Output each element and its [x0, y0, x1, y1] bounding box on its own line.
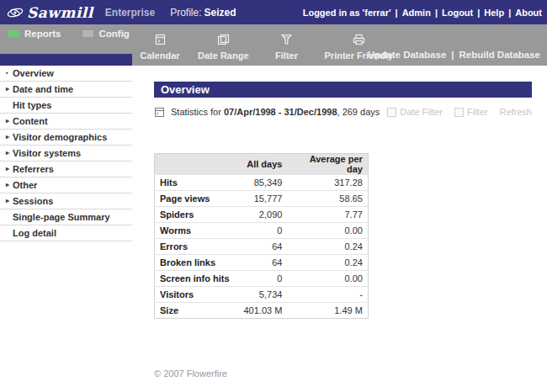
logo-wordmark: Sawmill: [27, 4, 93, 21]
sidebar-item-label: Single-page Summary: [13, 212, 110, 222]
stat-average-value: 1.49 M: [287, 303, 368, 319]
nav-tabs: ReportsConfig: [8, 29, 130, 39]
statistics-label: Statistics for 07/Apr/1998 - 31/Dec/1998…: [171, 107, 380, 117]
control-label: Refresh: [499, 107, 532, 117]
sidebar-item-label: Log detail: [13, 228, 56, 238]
overview-table-wrap: All daysAverage per day Hits85,349317.28…: [154, 153, 369, 319]
sidebar-item-content[interactable]: ▸Content: [0, 114, 132, 130]
sidebar-item-sessions[interactable]: ▸Sessions: [0, 193, 132, 209]
stat-average-value: 317.28: [287, 175, 368, 191]
stat-average-value: 0.00: [287, 223, 368, 239]
statistics-summary-row: Statistics for 07/Apr/1998 - 31/Dec/1998…: [154, 104, 532, 119]
stat-all-days-value: 15,777: [239, 191, 288, 207]
stat-row-label: Worms: [155, 223, 239, 239]
topbar-link-separator: |: [435, 8, 438, 18]
expand-arrow-icon: ▸: [6, 114, 13, 129]
sidebar-item-date-and-time[interactable]: ▸Date and time: [0, 82, 132, 98]
sidebar-item-label: Referrers: [13, 164, 54, 174]
stat-all-days-value: 5,734: [239, 287, 288, 303]
stat-all-days-value: 64: [239, 255, 288, 271]
nav-tab-config[interactable]: Config: [82, 29, 129, 39]
control-refresh[interactable]: Refresh: [499, 107, 532, 117]
sidebar-item-log-detail[interactable]: Log detail: [0, 225, 132, 241]
sidebar-item-overview[interactable]: ▪Overview: [0, 66, 132, 82]
topbar-link-help[interactable]: Help: [484, 8, 504, 18]
topbar-link-logout[interactable]: Logout: [442, 8, 473, 18]
stats-table-header-row: All daysAverage per day: [155, 154, 369, 175]
statistics-date-range: 07/Apr/1998 - 31/Dec/1998: [224, 107, 337, 117]
topbar-link-separator: |: [396, 8, 398, 18]
reports-chip: [8, 30, 19, 37]
stat-row-label: Broken links: [155, 255, 239, 271]
control-filter[interactable]: Filter: [454, 107, 487, 117]
nav-tab-label: Config: [98, 29, 129, 39]
stats-col-header: Average per day: [287, 154, 368, 175]
rebuild-database-button[interactable]: Rebuild Database: [459, 50, 541, 60]
sidebar-item-single-page-summary[interactable]: Single-page Summary: [0, 209, 132, 225]
sidebar-item-label: Visitor demographics: [13, 132, 107, 142]
expand-arrow-icon: ▸: [6, 162, 13, 177]
stat-row-label: Spiders: [155, 207, 239, 223]
stat-average-value: -: [287, 287, 368, 303]
report-toolbar: CalendarDate RangeFilterPrinter Friendly: [139, 34, 393, 61]
table-row: Hits85,349317.28: [155, 175, 369, 191]
sawmill-swirl-icon: [6, 5, 24, 20]
expand-arrow-icon: ▸: [6, 130, 13, 145]
sidebar-item-label: Overview: [13, 68, 54, 78]
topbar-link-admin[interactable]: Admin: [402, 8, 431, 18]
top-bar: Sawmill Enterprise Profile:Seized Logged…: [0, 0, 547, 24]
sidebar-item-other[interactable]: ▸Other: [0, 177, 132, 193]
control-date-filter[interactable]: Date Filter: [387, 107, 443, 117]
sidebar-item-hit-types[interactable]: Hit types: [0, 98, 132, 114]
expand-arrow-icon: ▸: [6, 82, 13, 97]
database-actions: Update Database | Rebuild Database: [368, 50, 540, 60]
table-row: Page views15,77758.65: [155, 191, 369, 207]
topbar-link-about[interactable]: About: [515, 8, 542, 18]
sidebar-item-label: Sessions: [13, 196, 53, 206]
filter-icon: [280, 34, 293, 49]
stat-row-label: Hits: [155, 175, 239, 191]
sidebar-header-strip: [0, 54, 132, 66]
toolbar-button-calendar[interactable]: Calendar: [139, 34, 181, 61]
toolbar-button-filter[interactable]: Filter: [266, 34, 308, 61]
main-content: Overview Statistics for 07/Apr/1998 - 31…: [132, 66, 547, 392]
stat-average-value: 0.00: [287, 271, 368, 287]
topbar-links: Logged in as 'ferrar'|Admin|Logout|Help|…: [303, 8, 542, 18]
control-label: Date Filter: [400, 107, 443, 117]
sidebar-item-visitor-systems[interactable]: ▸Visitor systems: [0, 146, 132, 162]
expand-arrow-icon: ▸: [6, 177, 13, 193]
table-row: Spiders2,0907.77: [155, 207, 369, 223]
table-row: Broken links640.24: [155, 255, 369, 271]
sidebar-item-label: Hit types: [13, 100, 51, 110]
sidebar-item-referrers[interactable]: ▸Referrers: [0, 162, 132, 177]
stat-average-value: 7.77: [287, 207, 368, 223]
table-row: Worms00.00: [155, 223, 369, 239]
nav-tab-reports[interactable]: Reports: [8, 29, 61, 39]
date-range-summary-icon: [154, 107, 165, 118]
table-row: Errors640.24: [155, 239, 369, 255]
stats-table: All daysAverage per day Hits85,349317.28…: [154, 153, 369, 319]
sawmill-logo[interactable]: Sawmill: [6, 4, 93, 21]
stat-all-days-value: 0: [239, 223, 288, 239]
stats-col-header: [155, 154, 239, 175]
nav-tab-label: Reports: [24, 29, 61, 39]
sidebar-item-label: Other: [13, 180, 37, 190]
toolbar-button-date-range[interactable]: Date Range: [198, 34, 249, 61]
stats-col-header: All days: [239, 154, 288, 175]
db-actions-separator: |: [451, 50, 454, 60]
date-range-icon: [217, 34, 230, 49]
toolbar-button-label: Date Range: [198, 50, 249, 61]
stat-average-value: 58.65: [287, 191, 368, 207]
sawmill-app-window: Sawmill Enterprise Profile:Seized Logged…: [0, 0, 547, 392]
stat-all-days-value: 0: [239, 271, 288, 287]
update-database-button[interactable]: Update Database: [368, 50, 446, 60]
sidebar-item-visitor-demographics[interactable]: ▸Visitor demographics: [0, 130, 132, 146]
reports-sidebar: ▪Overview▸Date and timeHit types▸Content…: [0, 66, 132, 241]
sidebar-item-label: Visitor systems: [13, 148, 81, 158]
toolbar-button-label: Calendar: [140, 50, 179, 61]
profile-label: Profile:: [170, 7, 201, 19]
expand-arrow-icon: ▸: [6, 193, 13, 209]
stat-all-days-value: 64: [239, 239, 288, 255]
selected-bullet-icon: ▪: [6, 66, 13, 81]
calendar-icon: [154, 34, 167, 49]
